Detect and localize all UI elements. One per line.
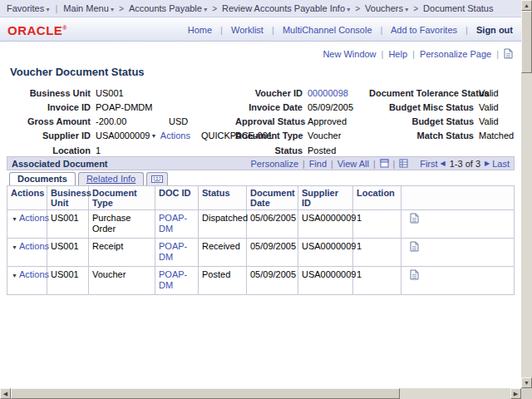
personalize-link[interactable]: Personalize xyxy=(251,159,298,169)
voucher-id-link[interactable]: 00000098 xyxy=(308,88,348,98)
page-content: New Window Help Personalize Page Voucher… xyxy=(0,42,521,388)
grid-title: Associated Document xyxy=(12,159,108,169)
scroll-right-icon[interactable]: ▶ xyxy=(510,388,521,399)
next-page-icon[interactable]: ▶ xyxy=(485,160,490,167)
supplier-id-text: USA0000009 xyxy=(96,131,150,140)
invoice-date-value: 05/09/2005 xyxy=(308,101,369,113)
col-header-doc-id[interactable]: DOC ID xyxy=(155,186,199,210)
page-title: Voucher Document Status xyxy=(10,66,145,78)
cell-document-date: 05/06/2005 xyxy=(247,210,298,239)
tab-documents[interactable]: Documents xyxy=(9,172,76,185)
separator xyxy=(214,25,229,35)
cell-doc-id-link[interactable]: POAP-DM xyxy=(159,213,187,234)
worklist-link[interactable]: Worklist xyxy=(231,25,264,35)
header-bar: ORACLE® Home Worklist MultiChannel Conso… xyxy=(0,17,521,42)
document-type-value: Voucher xyxy=(308,130,369,142)
find-link[interactable]: Find xyxy=(309,159,327,169)
grid-title-bar: Associated Document Personalize Find Vie… xyxy=(7,156,515,170)
cell-location: 1 xyxy=(353,267,401,295)
cell-status: Dispatched xyxy=(199,210,247,239)
gross-amount-label: Gross Amount xyxy=(10,116,96,127)
scroll-down-icon[interactable]: ▼ xyxy=(521,377,532,388)
invoice-date-label: Invoice Date xyxy=(235,101,308,113)
new-window-link[interactable]: New Window xyxy=(323,49,376,59)
personalize-page-link[interactable]: Personalize Page xyxy=(420,49,491,59)
supplier-actions-link[interactable]: Actions xyxy=(160,131,190,140)
separator xyxy=(266,25,280,35)
col-header-location[interactable]: Location xyxy=(353,186,401,210)
row-actions-link[interactable]: Actions xyxy=(19,213,49,223)
show-all-columns-tab[interactable] xyxy=(146,172,168,185)
add-to-favorites-link[interactable]: Add to Favorites xyxy=(391,25,457,35)
col-header-document-date[interactable]: Document Date xyxy=(247,186,298,210)
row-actions-link[interactable]: Actions xyxy=(19,241,49,251)
oracle-logo: ORACLE® xyxy=(7,23,67,37)
horizontal-scrollbar-thumb[interactable] xyxy=(11,388,400,399)
multichannel-console-link[interactable]: MultiChannel Console xyxy=(283,25,372,35)
breadcrumb-separator xyxy=(207,3,222,13)
vertical-scrollbar-thumb[interactable] xyxy=(521,11,532,73)
view-all-link[interactable]: View All xyxy=(337,159,369,169)
col-header-view-document xyxy=(401,186,515,210)
notify-page-icon[interactable] xyxy=(504,48,513,59)
cell-doc-id-link[interactable]: POAP-DM xyxy=(159,269,187,290)
cell-status: Posted xyxy=(199,267,247,295)
match-status-label: Match Status xyxy=(369,130,479,142)
last-link[interactable]: Last xyxy=(492,159,510,169)
separator xyxy=(369,159,380,169)
row-actions-caret-icon[interactable]: ▼ xyxy=(12,273,17,278)
zoom-grid-icon[interactable] xyxy=(380,159,389,168)
scroll-up-icon[interactable]: ▲ xyxy=(521,0,532,11)
col-header-document-type[interactable]: Document Type xyxy=(89,186,155,210)
cell-business-unit: US001 xyxy=(47,267,89,295)
breadcrumb-item-document-status: Document Status xyxy=(423,3,493,13)
breadcrumb-separator xyxy=(50,3,64,13)
download-grid-icon[interactable] xyxy=(399,159,408,168)
breadcrumb-separator xyxy=(350,3,365,13)
view-document-icon[interactable] xyxy=(410,244,419,254)
horizontal-scrollbar[interactable]: ◀ ▶ xyxy=(0,388,521,399)
supplier-actions-caret-icon[interactable]: ▼ xyxy=(150,133,156,139)
breadcrumb-item-accounts-payable[interactable]: Accounts Payable xyxy=(129,3,207,13)
row-actions-caret-icon[interactable]: ▼ xyxy=(12,216,17,222)
scroll-left-icon[interactable]: ◀ xyxy=(0,388,11,399)
associated-document-section: Associated Document Personalize Find Vie… xyxy=(7,156,515,295)
breadcrumb-favorites[interactable]: Favorites xyxy=(7,3,50,13)
breadcrumb-item-review-ap-info[interactable]: Review Accounts Payable Info xyxy=(222,3,350,13)
sign-out-link[interactable]: Sign out xyxy=(476,25,513,35)
separator xyxy=(491,49,504,59)
breadcrumb-item-vouchers[interactable]: Vouchers xyxy=(365,3,408,13)
status-value: Posted xyxy=(308,145,369,156)
approval-status-label: Approval Status xyxy=(235,116,308,127)
separator xyxy=(460,25,474,35)
cell-document-type: Voucher xyxy=(89,267,155,295)
table-header-row: Actions Business Unit Document Type DOC … xyxy=(7,186,515,210)
cell-business-unit: US001 xyxy=(47,210,89,239)
first-link[interactable]: First xyxy=(420,159,437,169)
home-link[interactable]: Home xyxy=(188,25,212,35)
cell-doc-id-link[interactable]: POAP-DM xyxy=(159,241,187,262)
view-document-icon[interactable] xyxy=(410,215,419,225)
approval-status-value: Approved xyxy=(308,116,369,127)
col-header-business-unit[interactable]: Business Unit xyxy=(47,186,89,210)
separator xyxy=(389,159,400,169)
view-document-icon[interactable] xyxy=(410,272,419,282)
separator xyxy=(298,159,309,169)
currency-code: USD xyxy=(169,116,188,126)
cell-document-type: Purchase Order xyxy=(89,210,155,239)
vertical-scrollbar[interactable]: ▲ ▼ xyxy=(521,0,532,388)
row-actions-link[interactable]: Actions xyxy=(19,269,49,279)
col-header-supplier-id[interactable]: Supplier ID xyxy=(298,186,353,210)
breadcrumb-item-main-menu[interactable]: Main Menu xyxy=(63,3,114,13)
help-link[interactable]: Help xyxy=(388,49,407,59)
voucher-summary-form: Business Unit US001 Voucher ID 00000098 … xyxy=(10,87,515,156)
tab-related-info[interactable]: Related Info xyxy=(78,172,144,185)
cell-document-date: 05/09/2005 xyxy=(247,239,298,267)
breadcrumb: Favorites Main Menu Accounts Payable Rev… xyxy=(0,0,521,17)
previous-page-icon[interactable]: ◀ xyxy=(441,160,446,167)
row-actions-caret-icon[interactable]: ▼ xyxy=(12,244,17,250)
col-header-status[interactable]: Status xyxy=(199,186,247,210)
cell-location: 1 xyxy=(353,239,401,267)
scrollbar-corner xyxy=(521,388,532,399)
cell-location: 1 xyxy=(353,210,401,239)
